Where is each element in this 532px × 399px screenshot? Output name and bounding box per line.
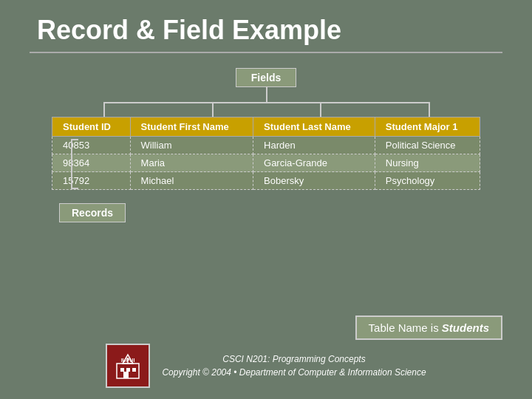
table-name-prefix: Table Name is bbox=[369, 321, 442, 334]
footer: IUPUI CSCI N201: Programming Concepts Co… bbox=[0, 344, 532, 388]
slide: Record & Field Example Fields S bbox=[0, 0, 532, 399]
page-title: Record & Field Example bbox=[30, 15, 502, 46]
drop-line-4 bbox=[429, 102, 430, 117]
svg-rect-4 bbox=[126, 368, 130, 372]
svg-rect-3 bbox=[120, 368, 124, 372]
horizontal-line bbox=[103, 102, 429, 103]
iupui-logo: IUPUI bbox=[106, 344, 150, 388]
table-cell: Nursing bbox=[375, 154, 480, 172]
footer-text: CSCI N201: Programming Concepts Copyrigh… bbox=[162, 352, 426, 379]
table-cell: Garcia-Grande bbox=[253, 154, 375, 172]
table-header-row: Student IDStudent First NameStudent Last… bbox=[52, 117, 480, 137]
footer-line1: CSCI N201: Programming Concepts bbox=[162, 352, 426, 366]
table-body: 40853WilliamHardenPolitical Science98364… bbox=[52, 137, 480, 190]
table-cell: Harden bbox=[253, 137, 375, 154]
table-cell: Michael bbox=[130, 172, 253, 190]
table-cell: 98364 bbox=[52, 154, 131, 172]
table-header-cell: Student First Name bbox=[130, 117, 253, 137]
vertical-main-line bbox=[266, 87, 267, 102]
students-table: Student IDStudent First NameStudent Last… bbox=[52, 117, 480, 190]
fields-label: Fields bbox=[236, 68, 296, 87]
svg-rect-6 bbox=[123, 372, 129, 378]
connector-area bbox=[44, 87, 488, 117]
records-bracket bbox=[65, 139, 78, 189]
table-row: 98364MariaGarcia-GrandeNursing bbox=[52, 154, 480, 172]
drop-line-2 bbox=[212, 102, 214, 117]
table-name-box: Table Name is Students bbox=[355, 316, 502, 340]
records-label: Records bbox=[59, 203, 126, 222]
table-header-cell: Student ID bbox=[52, 117, 131, 137]
table-cell: Bobersky bbox=[253, 172, 375, 190]
table-row: 15792MichaelBoberskyPsychology bbox=[52, 172, 480, 190]
table-cell: 15792 bbox=[52, 172, 131, 190]
table-cell: Maria bbox=[130, 154, 253, 172]
fields-container: Fields bbox=[30, 68, 502, 117]
title-divider bbox=[30, 52, 502, 53]
table-name-value: Students bbox=[442, 321, 489, 334]
svg-rect-5 bbox=[132, 368, 136, 372]
table-cell: Political Science bbox=[375, 137, 480, 154]
table-header-cell: Student Last Name bbox=[253, 117, 375, 137]
drop-line-3 bbox=[320, 102, 321, 117]
table-cell: 40853 bbox=[52, 137, 131, 154]
footer-line2: Copyright © 2004 • Department of Compute… bbox=[162, 366, 426, 379]
table-header-cell: Student Major 1 bbox=[375, 117, 480, 137]
drop-line-1 bbox=[103, 102, 105, 117]
table-cell: William bbox=[130, 137, 253, 154]
table-row: 40853WilliamHardenPolitical Science bbox=[52, 137, 480, 154]
table-cell: Psychology bbox=[375, 172, 480, 190]
